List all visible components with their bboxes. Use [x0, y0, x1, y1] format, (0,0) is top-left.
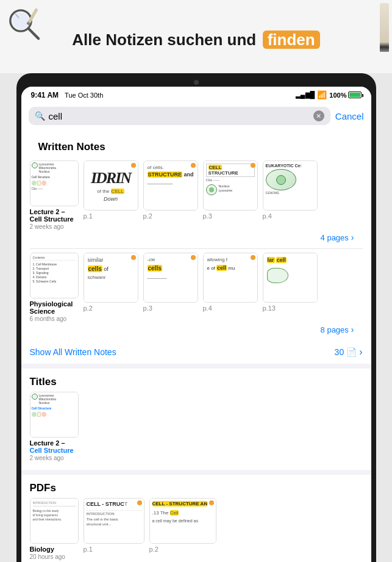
- pages-count-row1[interactable]: 4 pages ›: [30, 230, 363, 246]
- eukaryotic-content: EUKARYOTIC Cel GENOME: [263, 161, 317, 210]
- ipad-screen: 9:41 AM Tue Oct 30th ▂▄▆█ 📶 100% 🔍 cell …: [21, 87, 371, 562]
- pages-count: 4 pages: [321, 233, 349, 242]
- pdfs-cards: INTRODUCTION Biology is the studyof livi…: [21, 498, 371, 562]
- written-notes-title: Written Notes: [30, 134, 363, 157]
- svg-point-1: [12, 12, 29, 29]
- note-thumb-p2: of cells. STRUCTURE and ——————: [143, 160, 198, 211]
- search-results: Written Notes LysosomesMitochondriaNucle…: [21, 130, 371, 562]
- note-label-biology: Biology 20 hours ago: [30, 546, 65, 560]
- titles-cards: LysosomesMitochondriaNucleus Cell Struct…: [21, 392, 371, 465]
- chevron-right-icon2: ›: [351, 325, 354, 334]
- pages-count2: 8 pages: [321, 325, 349, 334]
- show-all-link[interactable]: Show All Written Notes: [30, 347, 116, 357]
- note-card-p2[interactable]: of cells. STRUCTURE and —————— p.2: [143, 160, 198, 220]
- highlight-dot: [131, 255, 136, 260]
- allowing-content: allowing f e of cell mu: [204, 253, 257, 302]
- status-icons: ▂▄▆█ 📶 100%: [296, 90, 362, 99]
- highlight-dot: [191, 163, 196, 168]
- note-time-biology: 20 hours ago: [30, 553, 65, 560]
- battery-indicator: 100%: [329, 92, 361, 99]
- note-thumb-p3: CELL STRUCTURE Clia ~~~ NucleusLysosome: [203, 160, 258, 211]
- note-thumb-phys-p13: lar cell: [263, 253, 318, 303]
- note-card-phys-p13[interactable]: lar cell p.13: [263, 253, 318, 312]
- page-label: p.13: [263, 304, 276, 312]
- ipad-frame: 9:41 AM Tue Oct 30th ▂▄▆█ 📶 100% 🔍 cell …: [16, 73, 376, 562]
- pencil-icon: [380, 3, 389, 52]
- pdf-thumb-p2: CELL - STRUCTURE AN .13 The Cell a cell …: [149, 498, 216, 544]
- note-thumb-phys-p3: -cle cells ————: [143, 253, 198, 303]
- similar-content: similar cells of schwanr: [84, 253, 138, 302]
- search-bar[interactable]: 🔍 cell ✕: [29, 107, 330, 125]
- top-banner: Alle Notizen suchen und finden: [0, 0, 392, 73]
- highlight-dot: [251, 163, 255, 168]
- highlight-dot: [191, 255, 196, 260]
- note-time: 2 weeks ago: [30, 223, 64, 230]
- page-label: p.4: [203, 304, 212, 312]
- highlight-dot: [137, 500, 142, 505]
- note-card-phys-p3[interactable]: -cle cells ———— p.3: [143, 253, 198, 312]
- note-card-titles-main[interactable]: LysosomesMitochondriaNucleus Cell Struct…: [30, 392, 79, 461]
- headline-prefix: Alle Notizen suchen und: [72, 31, 256, 49]
- note-time-phys: 6 months ago: [30, 315, 67, 322]
- clear-search-button[interactable]: ✕: [313, 110, 324, 121]
- svg-line-2: [29, 29, 38, 38]
- note-card-p3[interactable]: CELL STRUCTURE Clia ~~~ NucleusLysosome: [203, 160, 258, 220]
- phys-content: Contents 1. Cell Membrane2. Transport3. …: [30, 253, 79, 298]
- note-title-biology: Biology: [30, 546, 65, 553]
- note-card-cell-structure-main[interactable]: LysosomesMitochondriaNucleus Cell Struct…: [30, 160, 79, 230]
- pages-count-row2[interactable]: 8 pages ›: [30, 322, 363, 338]
- page-label: p.3: [203, 212, 212, 220]
- document-icon: 📄: [346, 347, 357, 357]
- note-title-titles: Lecture 2 – Cell Structure: [30, 439, 74, 454]
- cell-struct-thumb-content: LysosomesMitochondriaNucleus Cell Struct…: [30, 161, 79, 206]
- written-notes-section: Written Notes LysosomesMitochondriaNucle…: [21, 130, 371, 364]
- note-thumb-p4: EUKARYOTIC Cel GENOME: [263, 160, 318, 211]
- page-label-pdf-p1: p.1: [84, 546, 93, 553]
- note-label-titles: Lecture 2 – Cell Structure 2 weeks ago: [30, 439, 74, 461]
- highlight-dot: [209, 500, 214, 505]
- titles-cell-structure: Cell Structure: [30, 447, 74, 454]
- pdf-cell2-content: CELL - STRUCTURE AN .13 The Cell a cell …: [150, 499, 216, 544]
- page-label: p.2: [84, 304, 93, 312]
- pdf-card-p1[interactable]: CELL - STRUCT INTRODUCTION The cell is t…: [84, 498, 144, 553]
- note-card-phys-p2[interactable]: similar cells of schwanr p.2: [84, 253, 138, 312]
- first-note-row: LysosomesMitochondriaNucleus Cell Struct…: [30, 160, 363, 230]
- note-card-phys-p4[interactable]: allowing f e of cell mu p.4: [203, 253, 258, 312]
- note-thumb-p1: IDRIN of the CELL Down: [84, 160, 138, 211]
- note-card-p4[interactable]: EUKARYOTIC Cel GENOME p.4: [263, 160, 318, 220]
- note-thumbnail: LysosomesMitochondriaNucleus Cell Struct…: [30, 160, 79, 206]
- pdf-thumb-biology: INTRODUCTION Biology is the studyof livi…: [30, 498, 79, 544]
- note-time-titles: 2 weeks ago: [30, 455, 64, 461]
- search-input[interactable]: cell: [49, 111, 310, 121]
- magnifier-icon: [6, 6, 43, 43]
- note-thumb-phys: Contents 1. Cell Membrane2. Transport3. …: [30, 253, 79, 298]
- pdf-card-p2[interactable]: CELL - STRUCTURE AN .13 The Cell a cell …: [149, 498, 216, 553]
- page-label: p.2: [143, 212, 152, 220]
- show-all-count: 30: [335, 347, 344, 357]
- cell-text-content: of cells. STRUCTURE and ——————: [144, 161, 198, 210]
- pdfs-header: PDFs: [21, 475, 371, 498]
- status-time: 9:41 AM: [31, 91, 59, 99]
- note-title-phys: PhysiologicalScience: [30, 300, 73, 315]
- cells-of-content: -cle cells ————: [144, 253, 198, 302]
- show-all-count-area: 30 📄 ›: [335, 347, 363, 358]
- status-bar: 9:41 AM Tue Oct 30th ▂▄▆█ 📶 100%: [21, 87, 371, 103]
- note-thumb-phys-p4: allowing f e of cell mu: [203, 253, 258, 303]
- pdf-cell-struct-content: CELL - STRUCT INTRODUCTION The cell is t…: [84, 499, 144, 544]
- note-card-physiological-main[interactable]: Contents 1. Cell Membrane2. Transport3. …: [30, 253, 79, 322]
- chevron-right-show-all: ›: [359, 347, 362, 358]
- note-label-phys: PhysiologicalScience 6 months ago: [30, 300, 73, 322]
- cancel-button[interactable]: Cancel: [335, 111, 364, 121]
- show-all-row[interactable]: Show All Written Notes 30 📄 ›: [21, 340, 371, 364]
- note-thumb-phys-p2: similar cells of schwanr: [84, 253, 138, 303]
- idrin-content: IDRIN of the CELL Down: [84, 161, 138, 210]
- pdf-card-biology[interactable]: INTRODUCTION Biology is the studyof livi…: [30, 498, 79, 560]
- titles-thumb-content: LysosomesMitochondriaNucleus Cell Struct…: [30, 392, 79, 438]
- cell-structure-content: CELL STRUCTURE Clia ~~~ NucleusLysosome: [204, 161, 257, 210]
- note-card-p1[interactable]: IDRIN of the CELL Down p.1: [84, 160, 138, 220]
- headline: Alle Notizen suchen und finden: [72, 31, 319, 49]
- second-note-group: Contents 1. Cell Membrane2. Transport3. …: [21, 249, 371, 340]
- titles-header: Titles: [21, 369, 371, 392]
- camera-dot: [194, 80, 199, 85]
- search-icon: 🔍: [35, 111, 45, 121]
